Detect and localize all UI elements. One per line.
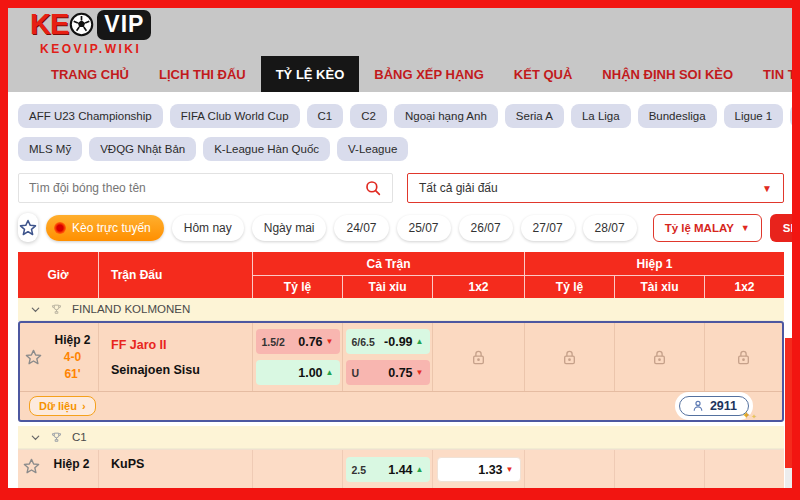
match-footer: Dữ liệu › 2911 ✦✦ [20,391,782,420]
day-pill-2407[interactable]: 24/07 [334,215,388,241]
col-header-match: Trận Đấu [98,252,252,298]
day-pill-2607[interactable]: 26/07 [459,215,513,241]
league-pill[interactable]: V-League [337,137,408,161]
col-header-time: Giờ [18,252,98,298]
match-teams-cell[interactable]: KuPS [98,450,252,488]
match-minute: 61' [64,367,80,381]
site-header: KE VIP KEOVIP.WIKI [8,8,792,56]
data-button-label: Dữ liệu [39,400,77,412]
table-scrollbar[interactable] [785,338,792,488]
logo-text-keo: KE [30,8,68,41]
ht-1x2-cell [704,450,784,488]
ft-handicap-cell [252,450,342,488]
nav-tin-tuc[interactable]: TIN TỨC [748,56,800,92]
odds-chip-1x2[interactable]: 1.33 ▼ [437,457,521,482]
trend-down-icon: ▼ [416,368,424,377]
nav-trang-chu[interactable]: TRANG CHỦ [36,56,144,92]
odds-chip-under[interactable]: U 0.75 ▼ [346,360,430,385]
ou-line: 2.5 [352,464,367,476]
league-pill[interactable]: K-League Hàn Quốc [203,137,330,161]
ou-odds: 1.44 [388,463,412,477]
league-filter-row-2: MLS Mỹ VĐQG Nhật Bản K-League Hàn Quốc V… [18,137,786,161]
person-icon [691,399,705,413]
odds-table: Giờ Trận Đấu Cả Trận Hiệp 1 Tỷ lệ Tài xỉ… [18,252,784,488]
league-pill[interactable]: VĐQG Nhật Bản [89,137,196,161]
section-league-name: C1 [72,431,87,443]
day-pill-today[interactable]: Hôm nay [172,215,244,241]
ht-handicap-cell [524,323,614,391]
league-select[interactable]: Tất cả giải đấu ▼ [407,173,784,203]
ft-overunder-cell: 6/6.5 -0.99 ▲ U 0.75 ▼ [342,323,432,391]
lock-icon [468,347,489,368]
handicap-odds: 0.76 [298,335,322,349]
favorites-star-button[interactable] [18,213,38,242]
search-icon[interactable] [364,179,382,197]
odds-chip-handicap-away[interactable]: 1.00 ▲ [256,360,340,385]
league-select-value: Tất cả giải đấu [419,181,498,195]
league-pill[interactable]: La Liga [571,104,631,128]
league-pill[interactable]: Ligue 1 [724,104,784,128]
lock-icon [733,347,754,368]
col-header-ft-1x2: 1x2 [432,275,524,298]
day-pill-2807[interactable]: 28/07 [583,215,637,241]
favorite-star-icon[interactable] [24,348,43,367]
nav-nhan-dinh[interactable]: NHẬN ĐỊNH SOI KÈO [587,56,748,92]
data-button[interactable]: Dữ liệu › [29,396,96,416]
match-period: Hiệp 2 [54,333,90,347]
bookmaker-label: SBOBET [783,222,792,234]
ou-odds: 0.75 [388,366,412,380]
nav-ty-le-keo[interactable]: TỶ LỆ KÈO [261,56,360,92]
odds-chip-over[interactable]: 6/6.5 -0.99 ▲ [346,329,430,354]
logo[interactable]: KE VIP KEOVIP.WIKI [30,8,151,56]
league-pill[interactable]: Ngoại hạng Anh [394,104,498,128]
league-pill[interactable]: VĐQG Bồ Đào Nha [790,104,792,128]
league-pill[interactable]: AFF U23 Championship [18,104,163,128]
odds-chip-over[interactable]: 2.5 1.44 ▲ [346,457,430,482]
logo-row: KE VIP [30,8,151,41]
ht-1x2-cell [704,323,782,391]
section-header-finland[interactable]: FINLAND KOLMONEN [18,298,784,321]
soccer-ball-icon [69,12,94,37]
match-block-finland: Hiệp 2 4-0 61' FF Jaro II Seinajoen Sisu… [18,321,784,422]
col-header-ft-odds: Tỷ lệ [252,275,342,298]
match-row-kups: Hiệp 2 KuPS 2.5 1.44 ▲ 1.33 [18,449,784,488]
league-pill[interactable]: FIFA Club World Cup [170,104,300,128]
viewers-counter[interactable]: 2911 ✦✦ [679,396,749,416]
live-odds-label: Kèo trực tuyến [72,221,151,235]
trophy-icon [50,303,63,316]
team-search[interactable] [18,173,393,203]
caret-down-icon: ▼ [762,183,772,194]
section-header-c1[interactable]: C1 [18,426,784,449]
sparkle-icon: ✦✦ [742,409,757,422]
x2-odds: 1.33 [478,463,502,477]
nav-ket-qua[interactable]: KẾT QUẢ [499,56,588,92]
col-header-full-time: Cả Trận [252,252,524,275]
col-header-ht-1x2: 1x2 [704,275,784,298]
day-pill-2507[interactable]: 25/07 [397,215,451,241]
league-pill[interactable]: Seria A [505,104,564,128]
league-pill[interactable]: C1 [307,104,344,128]
odds-chip-handicap-home[interactable]: 1.5/2 0.76 ▼ [256,329,340,354]
league-pill[interactable]: Bundesliga [638,104,717,128]
lock-icon [559,347,580,368]
ft-handicap-cell: 1.5/2 0.76 ▼ 1.00 ▲ [252,323,342,391]
chevron-down-icon [30,304,41,315]
bookmaker-dropdown[interactable]: SBOBET ▼ [770,214,792,242]
scrollbar-thumb[interactable] [785,338,792,468]
league-pill[interactable]: C2 [350,104,387,128]
odds-format-dropdown[interactable]: Tỷ lệ MALAY ▼ [653,214,762,242]
day-pill-2707[interactable]: 27/07 [521,215,575,241]
search-input[interactable] [29,181,364,195]
toolbar: Kèo trực tuyến Hôm nay Ngày mai 24/07 25… [18,213,784,242]
match-status: Hiệp 2 [45,457,98,471]
nav-bang-xep-hang[interactable]: BẢNG XẾP HẠNG [359,56,499,92]
league-pill[interactable]: MLS Mỹ [18,137,82,161]
nav-lich-thi-dau[interactable]: LỊCH THI ĐẤU [144,56,261,92]
main-nav: TRANG CHỦ LỊCH THI ĐẤU TỶ LỆ KÈO BẢNG XẾ… [8,56,792,92]
search-row: Tất cả giải đấu ▼ [18,173,784,203]
day-pill-tomorrow[interactable]: Ngày mai [252,215,327,241]
favorite-star-icon[interactable] [22,457,41,476]
col-header-ht-odds: Tỷ lệ [524,275,614,298]
match-teams-cell[interactable]: FF Jaro II Seinajoen Sisu [98,323,252,391]
live-odds-toggle[interactable]: Kèo trực tuyến [46,215,164,241]
